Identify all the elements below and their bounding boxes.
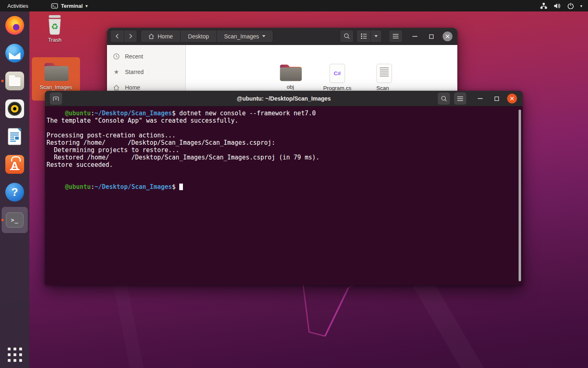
ubuntu-desktop: ♻ Trash Scan_Images [0, 0, 588, 368]
search-button[interactable] [340, 30, 354, 43]
files-header-bar: Home Desktop Scan_Images [107, 28, 457, 45]
close-icon [445, 34, 450, 38]
terminal-title: @ubuntu: ~/Desktop/Scan_Images [45, 91, 523, 106]
help-icon: ? [5, 183, 24, 202]
list-view-icon [361, 34, 367, 39]
dock-item-terminal[interactable]: >_ [0, 210, 29, 230]
dock-item-ubuntu-software[interactable]: A [0, 155, 29, 174]
chevron-down-icon: ▾ [86, 4, 88, 8]
scan-images-label: Scan_Images [40, 84, 72, 90]
dock-item-rhythmbox[interactable] [0, 99, 29, 119]
firefox-icon [5, 16, 24, 35]
rhythmbox-icon [5, 99, 24, 118]
running-indicator [1, 219, 4, 221]
chevron-right-icon [129, 34, 132, 39]
minimize-icon [412, 36, 417, 37]
chevron-down-icon [374, 35, 378, 37]
ubuntu-software-icon: A [5, 155, 24, 174]
folder-icon [279, 64, 302, 82]
path-segment-home[interactable]: Home [141, 30, 180, 42]
folder-icon [43, 62, 69, 82]
terminal-header-bar: @ubuntu: ~/Desktop/Scan_Images [45, 91, 523, 106]
show-applications-button[interactable] [0, 345, 29, 364]
volume-icon [554, 3, 561, 9]
view-options-button[interactable] [370, 30, 381, 42]
files-icon [5, 72, 24, 90]
forward-button[interactable] [124, 30, 137, 42]
dock-item-libreoffice-writer[interactable] [0, 127, 29, 146]
maximize-icon [429, 34, 434, 39]
terminal-minimize-button[interactable] [475, 94, 485, 103]
activities-button[interactable]: Activities [0, 0, 36, 11]
dock-item-files[interactable] [0, 71, 29, 91]
svg-text:♻: ♻ [51, 22, 58, 31]
view-toggle-button [356, 30, 382, 43]
trash-icon: ♻ [45, 15, 64, 35]
network-icon [540, 3, 547, 9]
list-view-button[interactable] [357, 30, 370, 42]
file-label: obj [287, 84, 294, 90]
close-icon [510, 96, 514, 101]
files-maximize-button[interactable] [426, 31, 436, 41]
hamburger-icon [457, 96, 463, 101]
desktop-icon-trash[interactable]: ♻ Trash [38, 15, 72, 43]
running-indicator [1, 80, 4, 82]
path-bar: Home Desktop Scan_Images [140, 30, 273, 43]
hamburger-icon [393, 34, 399, 38]
terminal-output[interactable]: @ubuntu:~/Desktop/Scan_Images$ dotnet ne… [45, 106, 523, 285]
maximize-icon [494, 96, 499, 101]
star-icon: ★ [113, 68, 120, 76]
power-icon [568, 3, 574, 9]
libreoffice-writer-icon [5, 127, 24, 146]
csharp-file-icon: C# [330, 64, 345, 83]
clock-icon [113, 53, 120, 60]
path-segment-desktop[interactable]: Desktop [180, 30, 216, 42]
dock: A ? >_ [0, 11, 29, 368]
chevron-down-icon [262, 35, 265, 37]
new-tab-icon [53, 96, 59, 101]
terminal-scrollbar[interactable] [519, 110, 521, 281]
terminal-icon: >_ [6, 212, 24, 228]
sidebar-item-recent[interactable]: Recent [107, 49, 185, 64]
path-segment-scan-images[interactable]: Scan_Images [216, 30, 273, 42]
terminal-window: @ubuntu: ~/Desktop/Scan_Images [45, 91, 523, 285]
file-item-program-cs[interactable]: C# Program.cs [318, 64, 356, 92]
dock-item-firefox[interactable] [0, 16, 29, 35]
new-tab-button[interactable] [50, 92, 62, 105]
terminal-search-button[interactable] [438, 92, 450, 105]
trash-label: Trash [48, 37, 62, 43]
terminal-icon [51, 3, 58, 9]
app-menu-terminal[interactable]: Terminal ▾ [47, 0, 91, 11]
search-icon [441, 96, 447, 102]
home-icon [113, 85, 120, 91]
file-item-obj[interactable]: obj [272, 64, 309, 90]
terminal-menu-button[interactable] [454, 92, 466, 105]
minimize-icon [478, 98, 483, 99]
top-bar: Activities Terminal ▾ [0, 0, 588, 11]
show-apps-grid-icon [8, 348, 22, 362]
text-file-icon [376, 64, 392, 83]
terminal-close-button[interactable] [507, 94, 517, 103]
chevron-down-icon: ▾ [580, 4, 582, 8]
files-close-button[interactable] [443, 31, 452, 41]
chevron-left-icon [116, 34, 119, 39]
sidebar-item-starred[interactable]: ★ Starred [107, 64, 185, 80]
terminal-maximize-button[interactable] [492, 94, 501, 103]
search-icon [344, 33, 350, 39]
system-status-area[interactable]: ▾ [540, 0, 588, 11]
nav-buttons [110, 30, 137, 43]
dock-item-help[interactable]: ? [0, 182, 29, 202]
files-menu-button[interactable] [389, 30, 403, 43]
home-icon [148, 34, 154, 39]
back-button[interactable] [111, 30, 124, 42]
dock-item-thunderbird[interactable] [0, 43, 29, 63]
files-minimize-button[interactable] [410, 31, 420, 41]
thunderbird-icon [5, 44, 24, 63]
